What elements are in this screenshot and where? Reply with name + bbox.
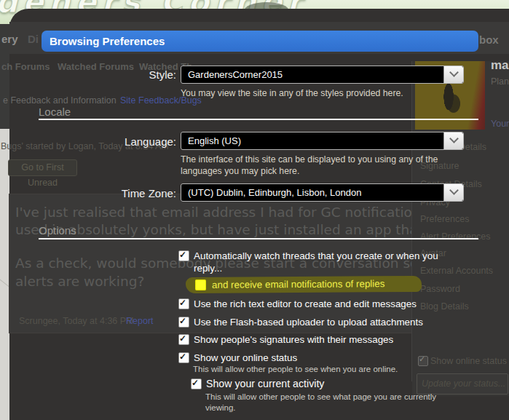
online-status-help: This will allow other people to see when… bbox=[193, 364, 398, 375]
language-select[interactable]: English (US) bbox=[181, 132, 464, 150]
breadcrumb: e Feedback and Information bbox=[3, 95, 117, 106]
post-text-line: alerts are working? bbox=[15, 274, 144, 289]
email-notifications-label[interactable]: and receive email notifications of repli… bbox=[212, 278, 385, 290]
rich-text-editor-checkbox[interactable]: ✓ bbox=[178, 298, 189, 309]
timezone-select-value: (UTC) Dublin, Edinburgh, Lisbon, London bbox=[188, 187, 361, 198]
post-text-line: I've just realised that email address I … bbox=[15, 205, 413, 220]
section-divider bbox=[39, 119, 478, 120]
sidebar-item-password: Password bbox=[420, 284, 460, 294]
nav-search-forums: ch Forums bbox=[1, 61, 50, 72]
current-activity-help: This will allow other people to see what… bbox=[205, 392, 449, 413]
sidebar-item-alert-preferences: Alert Preferences bbox=[420, 231, 491, 242]
show-signatures-label[interactable]: Show people's signatures with their mess… bbox=[194, 333, 393, 346]
check-icon: ✓ bbox=[192, 377, 199, 389]
check-icon: ✓ bbox=[179, 297, 186, 309]
tab-discussion: Di bbox=[28, 33, 39, 45]
timezone-select-dropdown-button[interactable] bbox=[443, 184, 463, 201]
go-to-first-unread-button: Go to First Unread bbox=[8, 159, 77, 176]
section-divider bbox=[39, 238, 478, 239]
language-select-dropdown-button[interactable] bbox=[443, 132, 463, 149]
online-status-checkbox[interactable]: ✓ bbox=[178, 352, 189, 363]
option-flash-uploader[interactable]: ✓ Use the Flash-based uploader to upload… bbox=[178, 316, 484, 328]
option-rich-text-editor[interactable]: ✓ Use the rich text editor to create and… bbox=[178, 298, 484, 310]
tab-gallery: ery bbox=[1, 33, 18, 45]
rich-text-editor-label[interactable]: Use the rich text editor to create and e… bbox=[194, 298, 417, 310]
language-label: Language: bbox=[73, 135, 176, 148]
show-signatures-checkbox[interactable]: ✓ bbox=[178, 334, 189, 345]
browsing-preferences-overlay-page: deners Corner ery Di box ch Forums Watch… bbox=[0, 0, 509, 420]
timezone-label: Time Zone: bbox=[73, 187, 176, 199]
chevron-down-icon bbox=[449, 68, 459, 77]
chevron-down-icon bbox=[449, 134, 459, 143]
check-icon: ✓ bbox=[179, 351, 186, 363]
member-username: ma bbox=[491, 58, 509, 73]
watch-threads-checkbox[interactable]: ✓ bbox=[178, 250, 189, 261]
section-heading-locale: Locale bbox=[39, 106, 71, 118]
member-profile-link: Your bbox=[491, 119, 509, 129]
style-help-text: You may view the site in any of the styl… bbox=[181, 88, 403, 100]
style-select-dropdown-button[interactable] bbox=[443, 66, 463, 83]
email-notifications-checkbox[interactable] bbox=[195, 280, 206, 290]
flash-uploader-label[interactable]: Use the Flash-based uploader to upload a… bbox=[194, 316, 423, 328]
language-help-text: The interface of this site can be displa… bbox=[181, 154, 466, 177]
chevron-down-icon bbox=[449, 186, 459, 195]
option-show-signatures[interactable]: ✓ Show people's signatures with their me… bbox=[178, 333, 484, 346]
timezone-select[interactable]: (UTC) Dublin, Edinburgh, Lisbon, London bbox=[181, 183, 464, 202]
modal-title-bar: Browsing Preferences bbox=[42, 31, 478, 52]
watch-threads-label[interactable]: Automatically watch threads that you cre… bbox=[194, 250, 464, 274]
option-email-notifications-highlighted[interactable]: and receive email notifications of repli… bbox=[186, 276, 422, 293]
style-select-value: GardenersCorner2015 bbox=[188, 69, 283, 80]
section-heading-options: Options bbox=[39, 224, 76, 237]
check-icon: ✓ bbox=[179, 315, 186, 328]
current-activity-label[interactable]: Show your current activity bbox=[206, 378, 324, 390]
report-link: Report bbox=[126, 316, 154, 326]
modal-title: Browsing Preferences bbox=[42, 31, 478, 47]
member-title: Plant bbox=[491, 76, 509, 87]
tab-inbox: box bbox=[479, 33, 499, 46]
option-current-activity[interactable]: ✓ Show your current activity bbox=[191, 378, 497, 390]
check-icon: ✓ bbox=[179, 333, 186, 345]
online-status-label[interactable]: Show your online status bbox=[194, 352, 297, 364]
option-watch-threads[interactable]: ✓ Automatically watch threads that you c… bbox=[178, 250, 464, 274]
post-author-meta: Scrungee, Today at 4:36 PM bbox=[19, 316, 134, 326]
sidebar-item-preferences: Preferences bbox=[420, 214, 469, 224]
check-icon: ✓ bbox=[179, 249, 186, 261]
option-online-status[interactable]: ✓ Show your online status bbox=[178, 352, 484, 364]
flash-uploader-checkbox[interactable]: ✓ bbox=[178, 317, 189, 328]
style-select[interactable]: GardenersCorner2015 bbox=[181, 66, 464, 84]
current-activity-checkbox[interactable]: ✓ bbox=[191, 379, 202, 389]
style-label: Style: bbox=[73, 68, 176, 81]
language-select-value: English (US) bbox=[188, 135, 241, 146]
